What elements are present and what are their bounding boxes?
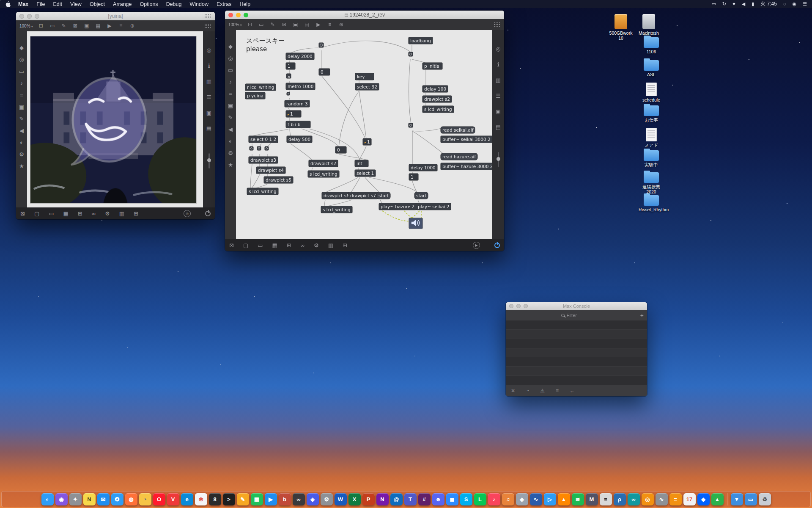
- button-top[interactable]: [319, 43, 324, 47]
- object-drawpict-s6[interactable]: drawpict s6: [322, 192, 351, 199]
- dock-item-music[interactable]: ♪: [488, 493, 500, 505]
- patcher-zoom-slider[interactable]: [498, 152, 499, 167]
- dock-item-quicktime[interactable]: ▷: [544, 493, 556, 505]
- lock-icon[interactable]: ⊠: [20, 210, 25, 217]
- objects-icon[interactable]: ◆: [19, 45, 24, 50]
- desktop-icon-asl[interactable]: ASL: [639, 60, 664, 77]
- dock-item-skype[interactable]: S: [460, 493, 472, 505]
- menu-options[interactable]: Options: [140, 1, 158, 7]
- dock-item-audacity[interactable]: ∿: [530, 493, 542, 505]
- align-icon[interactable]: ≡: [118, 23, 124, 28]
- dock-item-activity-monitor[interactable]: ∿: [656, 493, 668, 505]
- ui-objects-icon[interactable]: ▭: [19, 69, 24, 74]
- close-button[interactable]: [228, 13, 233, 17]
- warnings-icon[interactable]: ⚠: [540, 388, 545, 394]
- attachment-icon[interactable]: ✎: [228, 115, 233, 120]
- presentation-icon[interactable]: ▭: [49, 210, 54, 217]
- object-s-lcd-writing-b[interactable]: s lcd_writing: [308, 171, 339, 177]
- dock-item-slack[interactable]: #: [418, 493, 431, 505]
- desktop-icon-1106[interactable]: 1106: [639, 37, 664, 54]
- snapshot-icon[interactable]: ▣: [496, 109, 501, 114]
- new-number-icon[interactable]: ▶: [315, 22, 322, 27]
- desktop-icon-oshigoto[interactable]: お仕事: [639, 105, 664, 122]
- object-key[interactable]: key: [355, 73, 374, 80]
- layers-icon[interactable]: ▦: [272, 242, 277, 248]
- dock-item-launchpad[interactable]: ✦: [69, 493, 82, 505]
- desktop-icon-meado[interactable]: メアド: [639, 128, 664, 148]
- dock-item-finder[interactable]: ◐: [41, 493, 54, 505]
- clear-console-icon[interactable]: ✕: [511, 388, 515, 394]
- lock-icon[interactable]: ⊠: [229, 242, 234, 248]
- dock-item-excel[interactable]: X: [348, 493, 361, 505]
- number-1-b[interactable]: 1: [409, 174, 418, 180]
- new-slider-icon[interactable]: ▤: [95, 23, 102, 28]
- object-s-lcd-writing-d[interactable]: s lcd_writing: [422, 106, 454, 113]
- time-machine-icon[interactable]: ↻: [722, 1, 726, 7]
- button-right-top[interactable]: [409, 52, 413, 56]
- volume-icon[interactable]: ◀: [742, 1, 745, 7]
- desktop-icon-500gbwork[interactable]: 500GBwork 10: [608, 14, 634, 41]
- patcher-grid-icon[interactable]: [494, 22, 501, 27]
- dock-item-logic[interactable]: ◈: [516, 493, 528, 505]
- search-icon[interactable]: ◎: [206, 47, 211, 53]
- new-comment-icon[interactable]: ✎: [60, 23, 67, 28]
- button-right-mid[interactable]: [409, 123, 413, 127]
- menu-extras[interactable]: Extras: [217, 1, 231, 7]
- new-toggle-icon[interactable]: ⊠: [72, 23, 79, 28]
- gear-icon[interactable]: ⚙: [228, 150, 233, 156]
- add-icon[interactable]: ⊕: [129, 23, 136, 28]
- button-s4[interactable]: [257, 146, 261, 150]
- pointer-icon[interactable]: ▢: [34, 210, 39, 217]
- meter-icon[interactable]: ▥: [328, 242, 333, 248]
- console-window-controls[interactable]: [506, 304, 528, 308]
- data-icon[interactable]: ≡: [20, 92, 23, 98]
- info-icon[interactable]: ℹ: [497, 62, 499, 67]
- new-object-icon[interactable]: ⊡: [38, 23, 44, 28]
- object-drawpict-s5[interactable]: drawpict s5: [264, 177, 293, 183]
- new-message-icon[interactable]: ▭: [49, 23, 56, 28]
- timing-icon[interactable]: ◐: [229, 138, 232, 144]
- menu-bar-clock[interactable]: 火 7:45: [760, 0, 777, 8]
- meter-icon[interactable]: ▥: [119, 210, 124, 217]
- object-p-yuina[interactable]: p yuina: [245, 92, 265, 99]
- message-start-b[interactable]: start: [414, 192, 428, 199]
- spotlight-icon[interactable]: ◌: [783, 1, 786, 7]
- dock-item-pages[interactable]: ✎: [237, 493, 249, 505]
- gear-icon[interactable]: ⚙: [19, 152, 24, 157]
- midi-icon[interactable]: ♪: [20, 80, 23, 86]
- menu-file[interactable]: File: [36, 1, 45, 7]
- back-icon[interactable]: ←: [570, 388, 575, 394]
- dock-item-bear[interactable]: b: [279, 493, 291, 505]
- console-list-icon[interactable]: ☰: [206, 94, 211, 100]
- dock-item-eight-app[interactable]: 8: [209, 493, 221, 505]
- new-object-icon[interactable]: ⊡: [247, 22, 253, 27]
- dock-item-numbers[interactable]: ▦: [251, 493, 263, 505]
- dock-item-ableton[interactable]: ≡: [600, 493, 612, 505]
- dock-item-arduino[interactable]: ∞: [628, 493, 640, 505]
- add-filter-button[interactable]: +: [640, 312, 644, 319]
- dock-item-vlc[interactable]: ▲: [558, 493, 570, 505]
- object-s-lcd-writing-c[interactable]: s lcd_writing: [321, 206, 352, 213]
- grid-icon[interactable]: ⊞: [287, 242, 291, 248]
- presentation-icon[interactable]: ▭: [258, 242, 263, 248]
- menu-debug[interactable]: Debug: [166, 1, 182, 7]
- object-delay-1000[interactable]: delay 1000: [409, 164, 437, 171]
- dock-item-safari[interactable]: ✪: [111, 493, 123, 505]
- object-drawpict-s2-mid[interactable]: drawpict s2: [309, 160, 338, 167]
- align-icon[interactable]: ≡: [326, 22, 333, 27]
- inspector-icon[interactable]: ▥: [206, 79, 211, 84]
- object-play-seikai[interactable]: play~ seikai 2: [416, 203, 451, 210]
- zoom-button[interactable]: [35, 14, 39, 19]
- yuina-canvas[interactable]: [27, 31, 203, 207]
- dock-item-outlook[interactable]: @: [390, 493, 403, 505]
- tools-icon[interactable]: ⚙: [105, 210, 110, 217]
- new-number-icon[interactable]: ▶: [106, 23, 113, 28]
- object-drawpict-s4[interactable]: drawpict s4: [256, 167, 285, 174]
- number-1-a[interactable]: 1: [286, 63, 295, 69]
- filters-icon[interactable]: ▤: [496, 124, 501, 130]
- dock-item-vivaldi[interactable]: V: [167, 493, 179, 505]
- object-s-lcd-writing-a[interactable]: s lcd_writing: [247, 188, 278, 195]
- dock-item-chrome[interactable]: ◔: [139, 493, 151, 505]
- dock-item-zoom[interactable]: ◼: [446, 493, 458, 505]
- number-0-a[interactable]: 0: [319, 69, 330, 75]
